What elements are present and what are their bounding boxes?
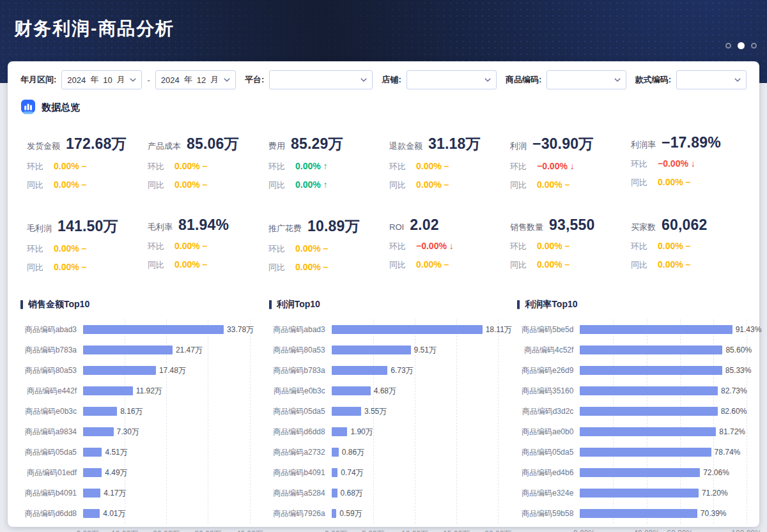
mom-label: 环比 — [268, 243, 295, 255]
shop-select[interactable] — [407, 70, 497, 89]
x-axis: 0.00万5.00万10.00万15.00万20.00万 — [332, 528, 499, 532]
yoy-value: 0.00% – — [537, 179, 569, 190]
chart-title-text: 利润率Top10 — [525, 299, 577, 310]
mom-label: 环比 — [510, 241, 537, 252]
bar-value-label: 18.11万 — [486, 324, 512, 335]
kpi-card: 利润 −30.90万 环比 −0.00% ↓ 同比 0.00% – — [510, 134, 622, 191]
category-label: 商品编码05da5 — [20, 442, 77, 462]
bar[interactable] — [580, 386, 718, 395]
bar[interactable] — [580, 448, 711, 457]
bar-value-label: 3.55万 — [364, 406, 387, 417]
kpi-label: 退款金额 — [389, 141, 422, 152]
bar[interactable] — [332, 448, 339, 457]
bar-value-label: 81.72% — [719, 427, 745, 436]
bar[interactable] — [83, 366, 156, 375]
kpi-label: 毛利润 — [27, 223, 52, 234]
bar[interactable] — [332, 509, 337, 518]
chart-row: 3.55万 — [332, 401, 499, 422]
kpi-label: 发货金额 — [27, 141, 60, 152]
date-end-select[interactable]: 2024 年 12 月 — [155, 70, 236, 89]
chevron-down-icon — [130, 77, 136, 83]
bar[interactable] — [580, 509, 697, 518]
kpi-grid: 发货金额 172.68万 环比 0.00% – 同比 0.00% – 产品成本 … — [27, 134, 743, 273]
date-start-select[interactable]: 2024 年 10 月 — [61, 70, 142, 89]
chevron-down-icon — [734, 77, 741, 83]
category-label: 商品编码05da5 — [517, 442, 573, 462]
chevron-down-icon — [224, 77, 230, 83]
pager-dot[interactable] — [738, 42, 745, 49]
bar[interactable] — [83, 448, 102, 457]
pager-dot[interactable] — [751, 43, 757, 49]
bar-value-label: 91.43% — [736, 325, 762, 334]
bar[interactable] — [580, 407, 717, 416]
kpi-card: 退款金额 31.18万 环比 0.00% – 同比 0.00% – — [389, 134, 501, 191]
chart-row: 0.86万 — [332, 442, 499, 462]
bar[interactable] — [332, 366, 388, 375]
x-axis: 0.00%40.00%60.00%100.00% — [580, 528, 747, 532]
bar-value-label: 0.74万 — [341, 467, 363, 478]
start-month-unit: 月 — [117, 74, 125, 86]
pager-dot[interactable] — [725, 43, 731, 49]
bar[interactable] — [83, 489, 100, 498]
bar[interactable] — [83, 509, 100, 518]
bar[interactable] — [580, 366, 722, 375]
bar[interactable] — [332, 489, 337, 498]
category-label: 商品编码b4091 — [20, 483, 77, 503]
chart-row: 6.73万 — [332, 360, 499, 381]
kpi-label: 产品成本 — [148, 141, 181, 152]
bar-value-label: 82.60% — [721, 407, 747, 416]
bar[interactable] — [580, 325, 732, 334]
bar[interactable] — [83, 427, 114, 436]
bar[interactable] — [580, 427, 716, 436]
chevron-down-icon — [360, 77, 367, 83]
product-code-select[interactable] — [546, 70, 626, 89]
category-label: 商品编码b783a — [269, 360, 325, 381]
bar[interactable] — [83, 407, 117, 416]
style-code-select[interactable] — [676, 70, 747, 89]
bar[interactable] — [580, 489, 699, 498]
pager-dots — [725, 42, 757, 49]
bar[interactable] — [83, 325, 224, 334]
bar-value-label: 4.51万 — [105, 447, 127, 458]
bar-value-label: 17.48万 — [159, 365, 186, 376]
kpi-value: −17.89% — [662, 134, 721, 151]
product-code-label: 商品编码: — [506, 74, 541, 86]
category-label: 商品编码80a53 — [20, 360, 77, 381]
bar[interactable] — [332, 386, 371, 395]
mom-label: 环比 — [631, 241, 658, 252]
bar[interactable] — [83, 468, 102, 477]
mom-value: 0.00% – — [54, 243, 86, 254]
chart-row: 8.16万 — [83, 401, 250, 422]
category-label: 商品编码e0b3c — [269, 381, 325, 401]
style-code-label: 款式编码: — [635, 74, 671, 86]
kpi-value: 93,550 — [549, 217, 595, 234]
mom-label: 环比 — [631, 158, 658, 170]
yoy-value: 0.00% – — [416, 259, 449, 270]
bar[interactable] — [83, 386, 133, 395]
kpi-card: 销售数量 93,550 环比 0.00% – 同比 0.00% – — [510, 217, 622, 273]
chart-row: 0.74万 — [332, 462, 499, 483]
kpi-value: 85.29万 — [291, 134, 343, 154]
kpi-card: 毛利润 141.50万 环比 0.00% – 同比 0.00% – — [27, 217, 139, 273]
bar-value-label: 85.33% — [725, 366, 752, 375]
bar[interactable] — [332, 468, 338, 477]
mom-label: 环比 — [268, 161, 295, 172]
bar[interactable] — [332, 346, 411, 354]
yoy-value: 0.00% – — [174, 259, 207, 270]
bar[interactable] — [580, 468, 700, 477]
bar-value-label: 21.47万 — [176, 345, 203, 356]
overview-section-header: 数据总览 — [20, 100, 747, 115]
yoy-value: 0.00% – — [416, 179, 449, 190]
kpi-card: 费用 85.29万 环比 0.00% ↑ 同比 0.00% ↑ — [268, 134, 380, 191]
kpi-label: 利润 — [510, 141, 527, 152]
bar-value-label: 70.39% — [701, 509, 727, 518]
bar[interactable] — [332, 427, 348, 436]
bar-value-label: 6.73万 — [391, 365, 413, 376]
bar[interactable] — [332, 325, 483, 334]
bar[interactable] — [580, 346, 722, 354]
bar[interactable] — [83, 346, 173, 354]
bar[interactable] — [332, 407, 361, 416]
platform-select[interactable] — [269, 70, 373, 89]
yoy-label: 同比 — [27, 262, 54, 273]
plot-area: 91.43%85.60%85.33%82.73%82.60%81.72%78.7… — [580, 319, 747, 524]
